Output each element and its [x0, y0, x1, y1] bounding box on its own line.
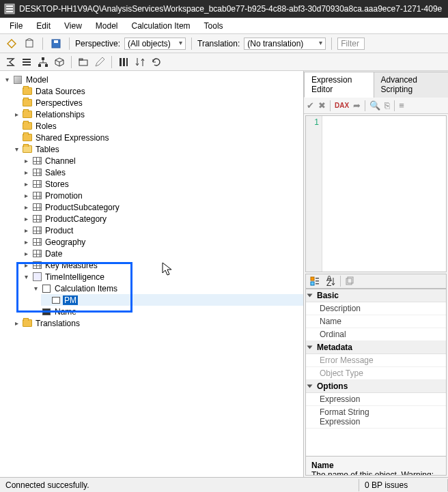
props-row[interactable]: Ordinal: [306, 328, 446, 341]
perspective-combo[interactable]: (All objects): [124, 38, 186, 50]
menu-edit[interactable]: Edit: [31, 19, 56, 33]
svg-rect-22: [316, 283, 319, 285]
tree-table-sales[interactable]: ▸Sales: [22, 167, 303, 178]
props-cat-options[interactable]: Options: [306, 380, 446, 393]
folder-icon: [22, 144, 33, 155]
columns-icon[interactable]: [116, 55, 131, 70]
tree-translations[interactable]: ▸Translations: [12, 317, 303, 329]
props-categorized-icon[interactable]: [307, 274, 322, 289]
svg-rect-20: [316, 278, 319, 279]
tree-shared-expressions[interactable]: Shared Expressions: [12, 132, 303, 143]
window-title: DESKTOP-HH1V9AQ\AnalysisServicesWorkspac…: [19, 4, 442, 14]
svg-rect-19: [311, 282, 314, 285]
svg-rect-15: [120, 58, 122, 66]
tree-table-product[interactable]: ▸Product: [22, 225, 303, 236]
tree-table-date[interactable]: ▸Date: [22, 248, 303, 259]
props-row[interactable]: Error Message: [306, 354, 446, 367]
expression-editor[interactable]: 1: [305, 115, 447, 272]
svg-rect-1: [6, 5, 13, 7]
calc-item-icon: [51, 295, 61, 306]
tree-model[interactable]: ▾Model: [3, 74, 303, 85]
app-icon: [4, 3, 15, 14]
props-row[interactable]: Format String Expression: [306, 406, 446, 429]
tree-data-sources[interactable]: Data Sources: [12, 85, 303, 97]
svg-rect-7: [23, 59, 31, 60]
svg-rect-4: [26, 40, 33, 47]
comment-icon[interactable]: ≡: [399, 100, 404, 111]
filter-input[interactable]: Filter: [337, 38, 365, 50]
table-icon: [31, 225, 42, 236]
tree-table-promotion[interactable]: ▸Promotion: [22, 190, 303, 201]
tree-calc-items[interactable]: ▾Calculation Items: [31, 283, 303, 294]
folder-icon: [22, 121, 33, 132]
svg-rect-14: [79, 59, 83, 60]
sigma-icon[interactable]: [3, 55, 18, 70]
props-row[interactable]: Object Type: [306, 367, 446, 380]
svg-rect-21: [316, 280, 319, 282]
folder-icon: [22, 318, 33, 329]
goto-icon[interactable]: ➦: [353, 100, 361, 111]
dax-icon[interactable]: DAX: [335, 102, 349, 109]
tree-perspectives[interactable]: Perspectives: [12, 97, 303, 108]
svg-text:Z: Z: [326, 278, 331, 287]
hierarchy-icon[interactable]: [36, 55, 51, 70]
menu-view[interactable]: View: [59, 19, 87, 33]
table-icon: [31, 179, 42, 190]
cube-icon[interactable]: [52, 55, 67, 70]
model-tree[interactable]: ▾Model Data Sources Perspectives ▸Relati…: [0, 71, 303, 332]
tree-table-productcategory[interactable]: ▸ProductCategory: [22, 213, 303, 225]
calc-group-icon: [31, 272, 42, 283]
props-cat-basic[interactable]: Basic: [306, 289, 446, 302]
svg-rect-3: [6, 11, 13, 12]
props-cat-metadata[interactable]: Metadata: [306, 341, 446, 354]
find-icon[interactable]: 🔍: [369, 100, 380, 111]
tree-table-stores[interactable]: ▸Stores: [22, 178, 303, 190]
props-alpha-icon[interactable]: AZ: [324, 274, 339, 289]
tree-table-channel[interactable]: ▸Channel: [22, 155, 303, 167]
menu-file[interactable]: File: [4, 19, 28, 33]
svg-rect-8: [23, 61, 31, 63]
status-left: Connected succesfully.: [0, 479, 359, 491]
svg-rect-26: [348, 277, 353, 283]
svg-rect-12: [45, 64, 48, 67]
table-icon: [31, 214, 42, 225]
folder-toggle-icon[interactable]: [76, 55, 91, 70]
svg-rect-10: [42, 57, 44, 60]
translation-combo[interactable]: (No translation): [244, 38, 326, 50]
svg-rect-2: [6, 8, 13, 10]
tree-table-geography[interactable]: ▸Geography: [22, 236, 303, 248]
sort-icon[interactable]: [132, 55, 148, 70]
menu-tools[interactable]: Tools: [199, 19, 229, 33]
props-row[interactable]: Description: [306, 302, 446, 315]
calc-icon: [41, 283, 52, 294]
save-icon[interactable]: [48, 36, 64, 51]
status-bp-issues[interactable]: 0 BP issues: [359, 479, 448, 491]
accept-icon[interactable]: ✔: [307, 100, 314, 111]
props-row[interactable]: Name: [306, 315, 446, 328]
editor-line-1: 1: [314, 117, 319, 127]
props-row[interactable]: Expression: [306, 393, 446, 406]
refresh-icon[interactable]: [149, 55, 164, 70]
tree-roles[interactable]: Roles: [12, 120, 303, 132]
menu-calculation-item[interactable]: Calculation Item: [126, 19, 196, 33]
tab-advanced-scripting[interactable]: Advanced Scripting: [374, 72, 449, 98]
props-pages-icon[interactable]: [342, 274, 357, 289]
properties-grid[interactable]: Basic DescriptionNameOrdinal Metadata Er…: [305, 289, 447, 476]
table-icon: [31, 156, 42, 167]
cancel-icon[interactable]: ✖: [318, 100, 326, 111]
connect-icon[interactable]: [4, 36, 19, 51]
edit-icon[interactable]: [92, 55, 107, 70]
format-icon[interactable]: ⎘: [384, 100, 390, 111]
tree-tables[interactable]: ▾Tables: [12, 143, 303, 155]
tree-relationships[interactable]: ▸Relationships: [12, 108, 303, 120]
svg-rect-6: [54, 40, 58, 43]
tree-name-column[interactable]: Name: [31, 306, 303, 317]
folder-icon: [22, 132, 33, 143]
list-icon[interactable]: [19, 55, 34, 70]
deploy-icon[interactable]: [22, 36, 37, 51]
tree-table-productsubcategory[interactable]: ▸ProductSubcategory: [22, 201, 303, 213]
menu-model[interactable]: Model: [90, 19, 124, 33]
tab-expression-editor[interactable]: Expression Editor: [304, 72, 374, 98]
tree-calc-item-editing[interactable]: PM: [41, 294, 303, 306]
menubar: File Edit View Model Calculation Item To…: [0, 18, 448, 34]
